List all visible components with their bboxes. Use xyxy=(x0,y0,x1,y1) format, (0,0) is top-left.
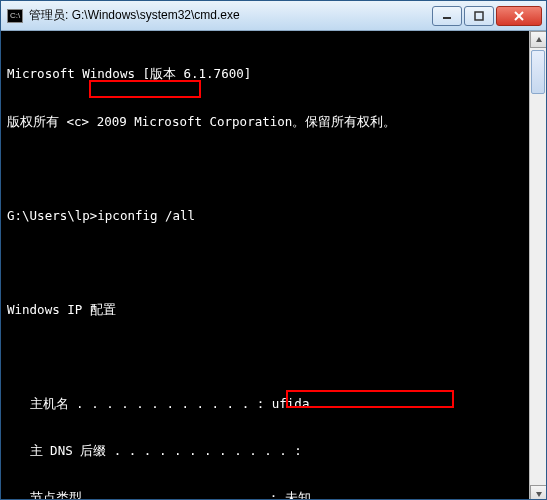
terminal-area: Microsoft Windows [版本 6.1.7600] 版权所有 <c>… xyxy=(1,31,546,500)
scroll-down-button[interactable] xyxy=(530,485,546,500)
terminal-content[interactable]: Microsoft Windows [版本 6.1.7600] 版权所有 <c>… xyxy=(1,31,529,500)
prompt: G:\Users\lp> xyxy=(7,208,97,223)
row-hostname: 主机名 . . . . . . . . . . . . : ufida xyxy=(7,396,523,412)
maximize-button[interactable] xyxy=(464,6,494,26)
window-controls xyxy=(430,6,542,26)
copyright-line: 版权所有 <c> 2009 Microsoft Corporation。保留所有… xyxy=(7,114,523,130)
command-text: ipconfig /all xyxy=(97,208,195,223)
scroll-track[interactable] xyxy=(530,48,546,485)
svg-marker-5 xyxy=(536,492,542,497)
scroll-thumb[interactable] xyxy=(531,50,545,94)
row-dns-suffix: 主 DNS 后缀 . . . . . . . . . . . . : xyxy=(7,443,523,459)
prompt-line: G:\Users\lp>ipconfig /all xyxy=(7,208,523,224)
scroll-up-button[interactable] xyxy=(530,31,546,48)
minimize-button[interactable] xyxy=(432,6,462,26)
svg-marker-4 xyxy=(536,37,542,42)
section-header-ip: Windows IP 配置 xyxy=(7,302,523,318)
svg-rect-1 xyxy=(475,12,483,20)
version-line: Microsoft Windows [版本 6.1.7600] xyxy=(7,66,523,82)
cmd-icon: C:\ xyxy=(7,9,23,23)
row-node-type: 节点类型 . . . . . . . . . . . . : 未知 xyxy=(7,490,523,500)
window-title: 管理员: G:\Windows\system32\cmd.exe xyxy=(29,7,430,24)
close-button[interactable] xyxy=(496,6,542,26)
window-titlebar: C:\ 管理员: G:\Windows\system32\cmd.exe xyxy=(1,1,546,31)
vertical-scrollbar[interactable] xyxy=(529,31,546,500)
